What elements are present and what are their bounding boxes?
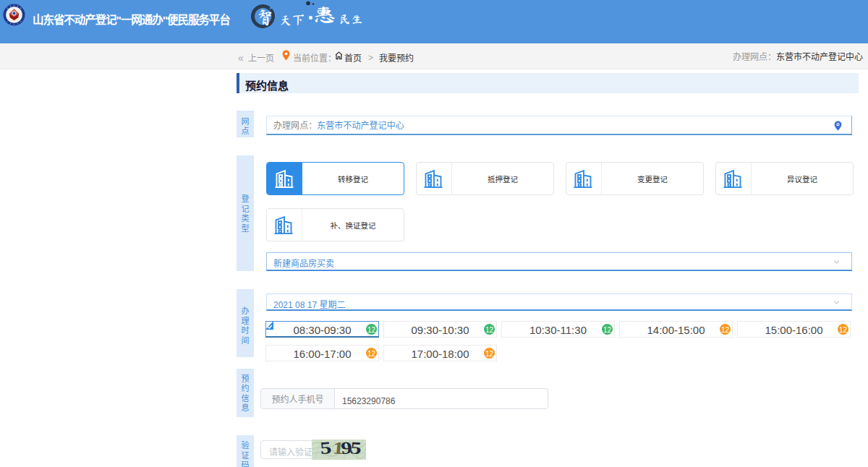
svg-text:5: 5: [349, 440, 362, 458]
svg-text:5: 5: [319, 440, 333, 458]
